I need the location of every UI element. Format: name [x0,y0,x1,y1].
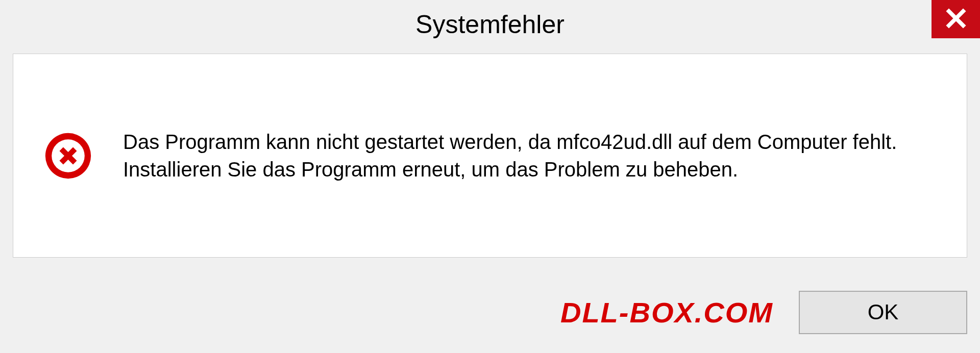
titlebar: Systemfehler [0,0,980,48]
error-icon [44,132,92,180]
dialog-title: Systemfehler [415,10,565,39]
close-button[interactable] [932,0,980,38]
content-panel: Das Programm kann nicht gestartet werden… [13,54,967,258]
footer: DLL-BOX.COM OK [0,287,980,338]
branding-text: DLL-BOX.COM [560,296,773,329]
error-message: Das Programm kann nicht gestartet werden… [123,128,936,183]
close-icon [945,8,967,31]
ok-button[interactable]: OK [799,291,967,334]
